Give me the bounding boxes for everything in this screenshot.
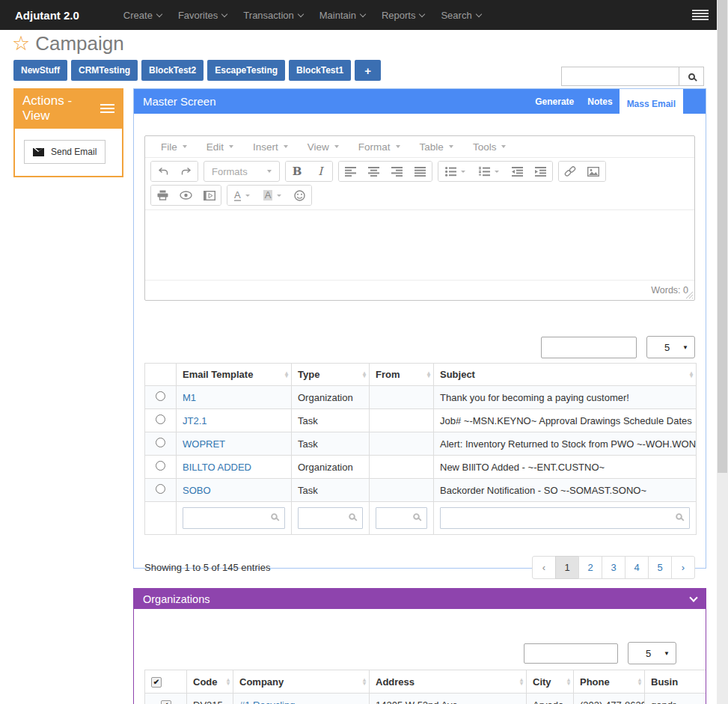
tab-escapetesting[interactable]: EscapeTesting [207, 60, 285, 81]
editor-menu-file[interactable]: File [151, 141, 197, 153]
pagination-page-4[interactable]: 4 [625, 556, 649, 579]
tab-blocktest1[interactable]: BlockTest1 [289, 60, 351, 81]
row-select-radio[interactable] [156, 461, 165, 471]
editor-menu-view[interactable]: View [298, 141, 349, 153]
cell-from [370, 386, 434, 409]
menu-reports[interactable]: Reports [373, 10, 433, 21]
pagination-page-3[interactable]: 3 [602, 556, 625, 579]
italic-icon[interactable]: I [309, 162, 332, 181]
col-business[interactable]: Busin [645, 670, 707, 694]
orgs-search-input[interactable] [524, 643, 618, 664]
caret-down-icon [495, 171, 499, 173]
numbered-list-icon[interactable] [472, 162, 506, 181]
row-select-radio[interactable] [156, 438, 165, 447]
page-title: ☆ Campaign [12, 31, 124, 55]
filter-email-template-input[interactable] [183, 507, 285, 529]
undo-icon[interactable] [151, 162, 174, 181]
align-right-icon[interactable] [385, 162, 409, 181]
send-email-button[interactable]: Send Email [24, 140, 105, 164]
tab-generate[interactable]: Generate [528, 89, 581, 114]
pagination-next[interactable]: › [671, 556, 695, 579]
editor-toolbar-row1: Formats B I [145, 158, 694, 185]
col-from[interactable]: From▴▾ [370, 364, 434, 386]
orgs-page-size-select[interactable]: 5 ▼ [628, 642, 676, 664]
template-link[interactable]: BILLTO ADDED [183, 462, 251, 473]
col-type[interactable]: Type▴▾ [292, 364, 370, 386]
row-select-radio[interactable] [156, 391, 165, 401]
bullet-list-icon[interactable] [438, 162, 472, 181]
hamburger-menu-icon[interactable] [692, 10, 709, 22]
app-brand: Adjutant 2.0 [15, 9, 79, 22]
editor-menu-format[interactable]: Format [349, 141, 410, 153]
add-tab-button[interactable]: + [355, 60, 381, 81]
col-email-template[interactable]: Email Template▴▾ [177, 364, 292, 386]
template-link[interactable]: WOPRET [183, 438, 225, 450]
top-navbar: Adjutant 2.0 Create Favorites Transactio… [0, 0, 728, 30]
tab-crmtesting[interactable]: CRMTesting [71, 60, 138, 81]
template-link[interactable]: M1 [183, 392, 196, 403]
pagination-page-1[interactable]: 1 [555, 556, 579, 579]
organizations-panel: Organizations 5 ▼ ✔ Code▴▾ Company▴▾ Add… [133, 588, 706, 704]
vertical-scrollbar[interactable] [717, 0, 728, 704]
formats-dropdown[interactable]: Formats [204, 162, 279, 181]
template-link[interactable]: JT2.1 [183, 415, 207, 426]
background-color-icon[interactable]: A [257, 186, 289, 205]
editor-menu-table[interactable]: Table [410, 141, 463, 153]
panel-menu-icon[interactable] [100, 102, 114, 115]
search-button[interactable] [679, 67, 704, 86]
select-all-checkbox[interactable]: ✔ [151, 677, 162, 688]
tab-newstuff[interactable]: NewStuff [13, 60, 67, 81]
indent-icon[interactable] [529, 162, 552, 181]
print-icon[interactable] [151, 186, 174, 205]
col-address[interactable]: Address▴▾ [370, 670, 527, 694]
sort-icon: ▴▾ [638, 679, 641, 685]
template-link[interactable]: SOBO [183, 485, 211, 496]
pagination-prev[interactable]: ‹ [532, 556, 556, 579]
tab-notes[interactable]: Notes [581, 89, 619, 114]
filter-subject-input[interactable] [440, 507, 690, 529]
global-search [561, 67, 704, 86]
menu-maintain[interactable]: Maintain [311, 10, 373, 21]
insert-image-icon[interactable] [582, 162, 605, 181]
align-justify-icon[interactable] [409, 162, 432, 181]
outdent-icon[interactable] [506, 162, 529, 181]
preview-icon[interactable] [174, 186, 198, 205]
row-select-radio[interactable] [156, 484, 165, 494]
insert-media-icon[interactable] [198, 186, 221, 205]
col-company[interactable]: Company▴▾ [233, 670, 370, 694]
page-size-select[interactable]: 5 ▼ [646, 336, 695, 358]
caret-down-icon [183, 145, 187, 148]
search-input[interactable] [561, 67, 679, 86]
col-city[interactable]: City▴▾ [527, 670, 574, 694]
bold-icon[interactable]: B [286, 162, 309, 181]
pagination-page-5[interactable]: 5 [648, 556, 672, 579]
favorite-star-icon[interactable]: ☆ [12, 31, 30, 55]
text-color-icon[interactable]: A [227, 186, 257, 205]
pagination-page-2[interactable]: 2 [578, 556, 602, 579]
col-subject[interactable]: Subject▴▾ [434, 364, 697, 386]
tab-mass-email[interactable]: Mass Email [620, 89, 683, 118]
insert-link-icon[interactable] [559, 162, 582, 181]
col-phone[interactable]: Phone▴▾ [574, 670, 645, 694]
align-center-icon[interactable] [362, 162, 385, 181]
company-link[interactable]: #1 Recycling [239, 700, 295, 704]
menu-favorites[interactable]: Favorites [170, 10, 235, 21]
emoticon-icon[interactable] [288, 186, 311, 205]
col-code[interactable]: Code▴▾ [187, 670, 233, 694]
redo-icon[interactable] [174, 162, 198, 181]
scrollbar-thumb[interactable] [718, 0, 727, 473]
editor-menu-edit[interactable]: Edit [197, 141, 243, 153]
align-left-icon[interactable] [339, 162, 362, 181]
row-select-checkbox[interactable]: ✔ [161, 700, 171, 704]
row-select-radio[interactable] [156, 414, 165, 424]
editor-menu-insert[interactable]: Insert [243, 141, 298, 153]
menu-transaction[interactable]: Transaction [235, 10, 311, 21]
tab-blocktest2[interactable]: BlockTest2 [141, 60, 204, 81]
grid-search-input[interactable] [541, 337, 637, 358]
editor-content-area[interactable] [145, 210, 694, 280]
organizations-table: ✔ Code▴▾ Company▴▾ Address▴▾ City▴▾ Phon… [144, 670, 706, 704]
collapse-chevron-icon[interactable] [689, 593, 697, 602]
editor-menu-tools[interactable]: Tools [463, 141, 516, 153]
menu-create[interactable]: Create [115, 10, 170, 21]
menu-search[interactable]: Search [432, 10, 489, 21]
